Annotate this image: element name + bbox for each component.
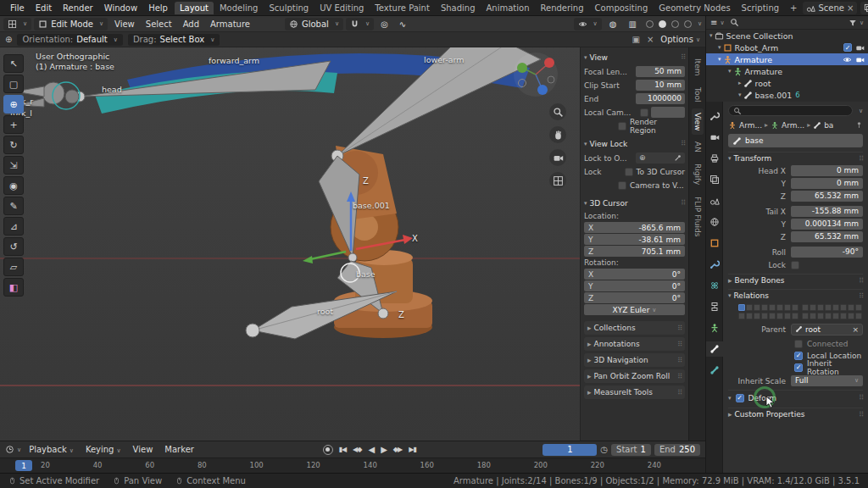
scene-unlink-icon[interactable]: × bbox=[847, 3, 854, 13]
parent-field[interactable]: root × bbox=[791, 324, 863, 336]
panel-header-annotations[interactable]: ▸Annotations⠿ bbox=[584, 337, 685, 351]
frame-start-field[interactable]: Start1 bbox=[611, 444, 651, 456]
tail-x-field[interactable]: -155.88 mm bbox=[791, 206, 863, 217]
3d-viewport[interactable]: User Orthographic (1) Armature : base he… bbox=[0, 47, 705, 441]
toggle-ortho-icon[interactable] bbox=[549, 172, 566, 189]
panel-header-deform[interactable]: ▾ ✓ Deform ⠿ bbox=[728, 390, 863, 405]
options-dropdown[interactable]: Options ∨ bbox=[660, 35, 700, 44]
workspace-tab-sculpting[interactable]: Sculpting bbox=[264, 2, 314, 14]
play-button[interactable]: ▶ bbox=[378, 444, 389, 455]
menu-file[interactable]: File bbox=[5, 3, 30, 14]
cursor-location-y[interactable]: Y-38.61 mm bbox=[584, 234, 685, 245]
bone-layer-cell[interactable] bbox=[738, 313, 745, 319]
bone-layer-cell[interactable] bbox=[848, 304, 854, 311]
workspace-tab-compositing[interactable]: Compositing bbox=[590, 2, 654, 14]
lock-to-cursor-checkbox[interactable] bbox=[625, 168, 633, 176]
workspace-tab-scripting[interactable]: Scripting bbox=[737, 2, 784, 14]
bone-layer-cell[interactable] bbox=[754, 304, 760, 311]
menu-select[interactable]: Select bbox=[142, 19, 176, 30]
bone-layer-cell[interactable] bbox=[855, 313, 862, 319]
head-x-field[interactable]: 0 mm bbox=[791, 165, 863, 176]
scene-selector[interactable]: Scene × bbox=[803, 2, 857, 14]
tab-tool-icon[interactable] bbox=[706, 108, 723, 124]
panel-header-relations[interactable]: ▾Relations⠿ bbox=[728, 289, 863, 302]
bone-layer-cell[interactable] bbox=[817, 304, 824, 311]
menu-add[interactable]: Add bbox=[179, 19, 203, 30]
bone-layer-cell[interactable] bbox=[810, 304, 816, 311]
panel-header-collections[interactable]: ▸Collections⠿ bbox=[584, 321, 685, 335]
render-visibility-icon[interactable] bbox=[855, 55, 865, 64]
workspace-tab-animation[interactable]: Animation bbox=[481, 2, 535, 14]
bone-layer-cell[interactable] bbox=[754, 313, 760, 319]
camera-view-icon[interactable] bbox=[549, 149, 566, 166]
menu-window[interactable]: Window bbox=[99, 3, 142, 14]
bone-layer-cell[interactable] bbox=[825, 313, 832, 319]
panel-header-measureit-tools[interactable]: ▸MeasureIt Tools⠿ bbox=[584, 385, 685, 399]
tab-object-icon[interactable] bbox=[706, 236, 723, 251]
bone-layer-cell[interactable] bbox=[810, 313, 816, 319]
shading-rendered-icon[interactable] bbox=[684, 20, 692, 28]
pin-icon[interactable] bbox=[855, 121, 863, 129]
cursor-location-z[interactable]: Z705.1 mm bbox=[584, 246, 685, 257]
clip-start-field[interactable]: 10 mm bbox=[636, 80, 685, 91]
workspace-tab-shading[interactable]: Shading bbox=[436, 2, 481, 14]
workspace-tab-modeling[interactable]: Modeling bbox=[214, 2, 264, 14]
tool-shear[interactable]: ▱ bbox=[3, 258, 24, 276]
tool-measure[interactable]: ⊿ bbox=[3, 217, 24, 236]
bone-name-field[interactable]: base bbox=[728, 134, 863, 147]
exclude-checkbox[interactable]: ✓ bbox=[843, 43, 852, 52]
bone-layer-cell[interactable] bbox=[776, 313, 783, 319]
hide-eye-icon[interactable] bbox=[843, 55, 852, 64]
tab-bone-constraints-icon[interactable] bbox=[706, 363, 723, 378]
timeline-editor-dropdown[interactable]: ∨ bbox=[5, 445, 21, 454]
tab-tool[interactable]: Tool bbox=[692, 83, 704, 106]
inherit-scale-dropdown[interactable]: Full∨ bbox=[791, 375, 863, 386]
bone-layer-cell[interactable] bbox=[784, 304, 791, 311]
current-frame-field[interactable]: 1 bbox=[542, 444, 597, 456]
panel-header-view[interactable]: ▾ View ⠿ bbox=[584, 51, 685, 64]
panel-header-view-lock[interactable]: ▾ View Lock ⠿ bbox=[584, 137, 685, 150]
inherit-rotation-checkbox[interactable]: ✓ bbox=[794, 363, 803, 372]
tab-item[interactable]: Item bbox=[692, 54, 704, 80]
panel-header-custom-properties[interactable]: ▸Custom Properties⠿ bbox=[728, 408, 863, 420]
bone-layer-cell[interactable] bbox=[817, 313, 824, 319]
snapping-dropdown[interactable]: ∨ bbox=[346, 18, 374, 30]
bone-layer-cell[interactable] bbox=[848, 313, 854, 319]
add-workspace-button[interactable]: + bbox=[785, 2, 802, 14]
tool-move[interactable]: + bbox=[3, 115, 24, 134]
jump-to-start-button[interactable]: ▮◀ bbox=[337, 445, 349, 454]
mode-dropdown[interactable]: Edit Mode ∨ bbox=[34, 18, 108, 30]
tab-object-data-icon[interactable] bbox=[706, 320, 723, 336]
workspace-tab-geometry-nodes[interactable]: Geometry Nodes bbox=[654, 2, 735, 14]
zoom-icon[interactable] bbox=[549, 103, 566, 120]
prev-keyframe-button[interactable]: ◀◆ bbox=[350, 445, 364, 454]
shading-dropdown[interactable]: ∨ bbox=[698, 20, 702, 27]
proportional-falloff-icon[interactable]: ∿ bbox=[395, 19, 410, 30]
tool-roll[interactable]: ↺ bbox=[3, 237, 24, 256]
focal-length-field[interactable]: 50 mm bbox=[636, 66, 685, 77]
search-icon[interactable] bbox=[730, 18, 739, 27]
tab-an[interactable]: AN bbox=[692, 137, 704, 157]
editor-type-dropdown[interactable]: ∨ bbox=[3, 18, 31, 30]
menu-edit[interactable]: Edit bbox=[31, 3, 57, 14]
panel-header-3d-navigation[interactable]: ▸3D Navigation⠿ bbox=[584, 353, 685, 367]
bone-layer-cell[interactable] bbox=[825, 304, 832, 311]
bone-layer-cell[interactable] bbox=[792, 304, 798, 311]
bone-layer-cell[interactable] bbox=[855, 304, 862, 311]
cursor-location-x[interactable]: X-865.6 mm bbox=[584, 222, 685, 233]
frame-end-field[interactable]: End250 bbox=[654, 444, 700, 456]
playhead[interactable]: 1 bbox=[15, 460, 32, 471]
menu-render[interactable]: Render bbox=[58, 3, 98, 14]
bone-layer-cell[interactable] bbox=[738, 304, 745, 311]
tab-rigify[interactable]: Rigify bbox=[692, 159, 704, 189]
menu-view[interactable]: View bbox=[129, 444, 158, 455]
lock-object-field[interactable]: ⊕ bbox=[636, 152, 685, 164]
local-camera-checkbox[interactable] bbox=[640, 108, 648, 117]
lock-checkbox[interactable] bbox=[791, 261, 799, 269]
outliner-row-robot-arm[interactable]: ▾ Robot_Arm ✓ bbox=[706, 42, 868, 53]
outliner-row-root[interactable]: ▸ root bbox=[706, 77, 868, 89]
render-region-checkbox[interactable] bbox=[618, 122, 626, 130]
bone-layer-cell[interactable] bbox=[840, 304, 847, 311]
shading-solid-icon[interactable] bbox=[659, 20, 666, 28]
tab-constraints-icon[interactable] bbox=[706, 299, 723, 314]
